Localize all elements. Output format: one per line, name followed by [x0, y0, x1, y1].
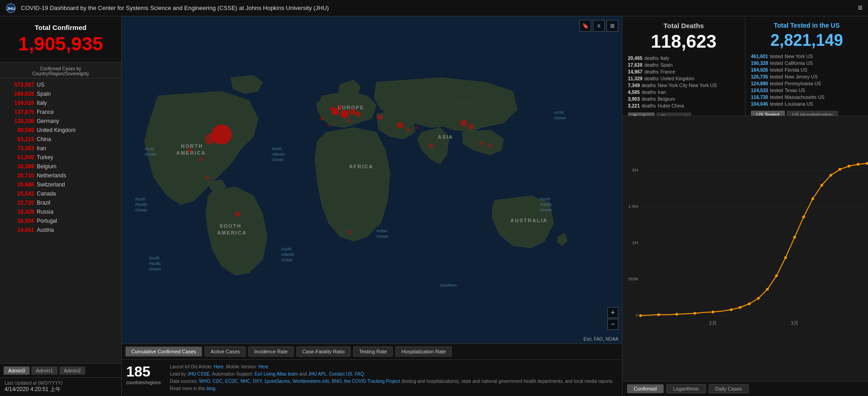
country-item[interactable]: 89,569United Kingdom	[0, 126, 121, 135]
country-item[interactable]: 25,543Canada	[0, 189, 121, 198]
grid-view-button[interactable]: ⊞	[607, 20, 618, 32]
ecdc-link[interactable]: ECDC	[225, 379, 238, 384]
1p3a-link[interactable]: 1point3acres	[264, 379, 290, 384]
country-item[interactable]: 26,710Netherlands	[0, 171, 121, 180]
deaths-place: Iran	[658, 89, 666, 95]
last-updated-time: 4/14/2020 4:20:51 上午	[5, 386, 117, 393]
tested-place: New Jersey US	[785, 74, 818, 79]
admin-tab-admin0[interactable]: Admin0	[4, 367, 30, 375]
north-atlantic-label2: Atlantic	[271, 152, 286, 156]
map-area[interactable]: Arctic Ocean Arctic Ocean North Pacific …	[122, 16, 622, 343]
dot7	[187, 148, 192, 152]
country-item[interactable]: 572,587US	[0, 80, 121, 89]
country-item[interactable]: 16,934Portugal	[0, 216, 121, 225]
nhc-link[interactable]: NHC	[241, 379, 251, 384]
map-tab-case-fatality-ratio[interactable]: Case-Fatality Ratio	[296, 347, 351, 357]
bookmark-button[interactable]: 🔖	[579, 20, 591, 32]
australia-label: AUSTRALIA	[511, 218, 548, 223]
worldometers-link[interactable]: Worldometers.info	[293, 379, 330, 384]
chart-tab-logarithmic[interactable]: Logarithmic	[666, 384, 706, 393]
contact-link[interactable]: Contact US	[329, 372, 352, 376]
lancet-link[interactable]: Here	[214, 364, 224, 369]
country-item[interactable]: 22,720Brazil	[0, 198, 121, 207]
chart-tab-daily-cases[interactable]: Daily Cases	[709, 384, 749, 393]
countries-label: countries/regions	[126, 380, 163, 385]
deaths-tab-deaths[interactable]: Deaths	[628, 112, 655, 116]
country-item[interactable]: 14,041Austria	[0, 225, 121, 235]
right-top: Total Deaths 118,623 20,465deathsItaly17…	[622, 16, 868, 116]
faq-link[interactable]: FAQ	[355, 372, 364, 376]
chart-tabs: ConfirmedLogarithmicDaily Cases	[622, 381, 868, 396]
map-tab-incidence-rate[interactable]: Incidence Rate	[248, 347, 293, 357]
svg-text:JHU: JHU	[7, 6, 15, 11]
who-link[interactable]: WHO	[199, 379, 210, 384]
turkey-dot	[377, 114, 383, 120]
indian-ocean-label2: Ocean	[376, 234, 389, 239]
country-item[interactable]: 18,328Russia	[0, 207, 121, 216]
tested-item: 124,533testedTexas US	[751, 88, 863, 93]
svg-rect-3	[622, 158, 868, 339]
asia-label: ASIA	[438, 134, 453, 140]
europe-dot5	[338, 105, 342, 109]
country-name: US	[37, 82, 44, 88]
deaths-tab-recovered[interactable]: Recovered	[656, 112, 691, 116]
tested-tab-us-hospitalization[interactable]: US Hospitalization	[787, 111, 838, 116]
country-list[interactable]: 572,587US169,628Spain159,516Italy137,875…	[0, 78, 121, 363]
jhu-apl-link[interactable]: JHU APL	[308, 372, 327, 376]
country-item[interactable]: 137,875France	[0, 108, 121, 117]
deaths-place: United Kingdom	[661, 76, 695, 81]
map-tab-hospitalization-rate[interactable]: Hospitalization Rate	[395, 347, 452, 357]
admin-tab-admin2[interactable]: Admin2	[59, 367, 85, 375]
admin-tab-admin1[interactable]: Admin1	[31, 367, 57, 375]
chart-tab-confirmed[interactable]: Confirmed	[627, 384, 664, 393]
blog-link[interactable]: blog	[207, 386, 215, 391]
country-item[interactable]: 128,208Germany	[0, 117, 121, 126]
tested-place: Texas US	[785, 88, 805, 93]
country-item[interactable]: 25,688Switzerland	[0, 180, 121, 189]
admin-tabs: Admin0Admin1Admin2	[0, 363, 121, 377]
deaths-item: 11,329deathsUnited Kingdom	[628, 76, 740, 81]
jhu-csse-link[interactable]: JHU CSSE	[187, 372, 209, 376]
country-item[interactable]: 169,628Spain	[0, 89, 121, 98]
tested-tab-us-tested[interactable]: US Tested	[751, 111, 785, 116]
chart-svg: 2M 1.5M 1M 500k 0 2月 3月	[622, 116, 868, 381]
deaths-value: 118,623	[628, 31, 740, 52]
country-item[interactable]: 30,589Belgium	[0, 162, 121, 171]
tested-item: 116,730testedMassachusetts US	[751, 94, 863, 100]
country-name: Italy	[37, 100, 47, 106]
country-count: 25,543	[5, 191, 34, 197]
tested-value: 2,821,149	[751, 31, 863, 50]
map-tab-active-cases[interactable]: Active Cases	[205, 347, 246, 357]
deaths-item: 7,349deathsNew York City New York US	[628, 83, 740, 88]
zoom-out-button[interactable]: −	[607, 319, 618, 330]
country-item[interactable]: 61,049Turkey	[0, 153, 121, 162]
right-panels: Total Deaths 118,623 20,465deathsItaly17…	[622, 16, 868, 396]
confirmed-by-country-label: Confirmed Cases byCountry/Region/Soverei…	[0, 63, 121, 78]
cdc-link[interactable]: CDC	[213, 379, 223, 384]
north-pacific-label: North	[135, 197, 145, 201]
country-count: 18,328	[5, 209, 34, 215]
map-tab-testing-rate[interactable]: Testing Rate	[353, 347, 393, 357]
country-item[interactable]: 83,213China	[0, 135, 121, 144]
tested-label: tested	[770, 60, 783, 66]
list-view-button[interactable]: ≡	[593, 20, 605, 32]
covidtracking-link[interactable]: the COVID Tracking Project	[344, 379, 400, 384]
total-confirmed-label: Total Confirmed	[7, 24, 114, 31]
tested-place: Massachusetts US	[785, 94, 825, 100]
tested-count: 124,890	[751, 81, 768, 86]
esri-link[interactable]: Esri Living Atlas team	[255, 372, 298, 376]
tested-tabs: US TestedUS Hospitalization	[751, 111, 863, 116]
tested-label: tested	[770, 54, 783, 59]
country-count: 73,303	[5, 145, 34, 152]
map-toolbar: 🔖 ≡ ⊞	[579, 20, 618, 32]
dxy-link[interactable]: DXY	[253, 379, 261, 384]
country-item[interactable]: 73,303Iran	[0, 144, 121, 153]
map-tab-cumulative-confirmed-cases[interactable]: Cumulative Confirmed Cases	[125, 347, 202, 357]
deaths-label: deaths	[641, 83, 656, 88]
bno-link[interactable]: BNO	[332, 379, 342, 384]
zoom-in-button[interactable]: +	[607, 307, 618, 318]
mobile-link[interactable]: Here	[258, 364, 268, 369]
dot1	[320, 117, 324, 120]
menu-icon[interactable]: ≡	[858, 3, 863, 13]
country-item[interactable]: 159,516Italy	[0, 98, 121, 108]
